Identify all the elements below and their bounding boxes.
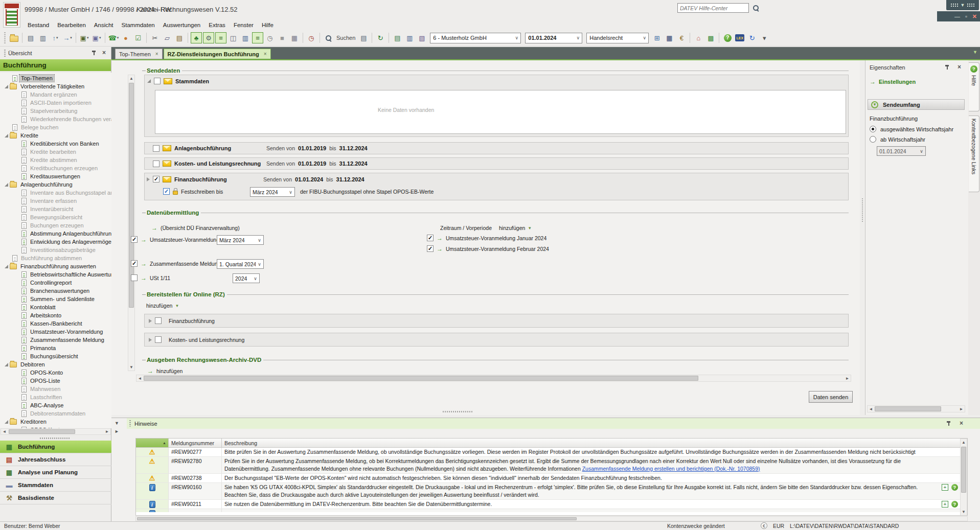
zm-select[interactable]: 1. Quartal 2024∨ — [217, 259, 264, 269]
ausgeben-hinzufuegen-button[interactable]: → hinzufügen — [147, 368, 183, 374]
expander-closed-icon[interactable] — [149, 319, 152, 323]
open-document-icon[interactable]: + — [942, 484, 948, 491]
lexinform-icon[interactable]: LEX — [734, 32, 745, 43]
radio-icon[interactable] — [870, 136, 876, 143]
minimize-button[interactable]: — — [954, 14, 960, 19]
window-program-icon[interactable]: ▣▾ — [79, 32, 90, 43]
online-refresh-icon[interactable]: ↻ — [746, 32, 758, 43]
stop-icon[interactable]: ■ — [277, 32, 288, 43]
tree-item[interactable]: Debitoren — [0, 360, 111, 368]
stammdaten-checkbox[interactable] — [154, 78, 161, 84]
scroll-up-icon[interactable]: ▲ — [128, 75, 134, 82]
tree-item[interactable]: Inventare aus Buchungsstapel anlegen — [0, 189, 111, 197]
hinweis-row[interactable]: ⚠#REW92780Prüfen Sie in der Auswertung Z… — [136, 457, 967, 474]
severity-column-header[interactable]: ▲ — [136, 439, 169, 447]
tree-item[interactable]: Kredite — [0, 131, 111, 140]
phone-icon[interactable]: ☎▾ — [108, 32, 119, 43]
sidebar-h-scrollbar[interactable]: ◄ ► — [1, 428, 111, 435]
sidebar-item-buchf-hrung[interactable]: ▦Buchführung — [0, 441, 111, 453]
scroll-left-icon[interactable]: ◄ — [868, 406, 874, 412]
content-v-scrollbar[interactable]: ▲ ▼ — [128, 75, 135, 371]
ustva-select[interactable]: März 2024∨ — [217, 235, 264, 245]
tree-item[interactable]: Umsatzsteuer-Voranmeldung — [0, 328, 111, 336]
refresh-icon[interactable]: ↻ — [375, 32, 386, 43]
kost-checkbox[interactable] — [153, 160, 159, 167]
search-doc-icon[interactable] — [323, 32, 334, 43]
scrollbar-thumb[interactable] — [9, 429, 75, 434]
tree-item[interactable]: Abstimmung Anlagenbuchführung — [0, 229, 111, 238]
scroll-down-icon[interactable]: ▼ — [961, 509, 967, 515]
zeitraum-hinzufuegen-button[interactable]: hinzufügen▼ — [499, 225, 532, 231]
tree-item[interactable]: Bewegungsübersicht — [0, 213, 111, 221]
scroll-right-icon[interactable]: ► — [958, 406, 965, 412]
scroll-up-icon[interactable]: ▲ — [961, 439, 967, 446]
panel-splitter[interactable] — [860, 60, 865, 415]
splitter-grip[interactable] — [40, 437, 71, 439]
ustva-checkbox[interactable] — [131, 236, 138, 243]
workplace-icon[interactable]: ⌂ — [693, 32, 704, 43]
doc-report-icon[interactable]: ▥ — [404, 32, 415, 43]
doc-export-icon[interactable]: ▤ — [392, 32, 403, 43]
print-list-icon[interactable]: ▤ — [358, 32, 369, 43]
bereit-row-kost[interactable]: Kosten- und Leistungsrechnung — [144, 333, 849, 347]
tree-item[interactable]: OPOS-Liste — [0, 377, 111, 385]
calc-close-icon[interactable]: ▦ — [289, 32, 300, 43]
close-icon[interactable]: × — [102, 50, 106, 56]
menu-item[interactable]: Ansicht — [90, 21, 118, 29]
tab-close-icon[interactable]: × — [264, 51, 267, 57]
tab-overflow-icon[interactable]: ▼ — [973, 50, 977, 55]
window-view-icon[interactable]: ▣▾ — [91, 32, 102, 43]
tree-item[interactable]: Kontoblatt — [0, 303, 111, 311]
tree-item[interactable]: OPOS-Konto — [0, 368, 111, 377]
hinweis-row[interactable]: i#REW90160Sie haben 'K5 OG UTAX 4008ci-K… — [136, 483, 967, 500]
hinweise-h-scrollbar[interactable] — [135, 516, 968, 521]
tab-kontextbezogene-links[interactable]: Kontextbezogene Links — [969, 116, 979, 192]
tree-item[interactable]: Stapelverarbeitung — [0, 107, 111, 115]
sidebar-item-basisdienste[interactable]: ⚒Basisdienste — [0, 492, 111, 504]
tree-item[interactable]: Kredite bearbeiten — [0, 148, 111, 156]
help-icon[interactable]: ? — [722, 32, 733, 43]
radio-selected-icon[interactable] — [870, 126, 876, 132]
copy-icon[interactable]: ▱ — [162, 32, 173, 43]
props-h-scrollbar[interactable]: ◄ ► — [867, 405, 965, 412]
column-header[interactable]: Beschreibung — [222, 439, 967, 447]
split-window-icon[interactable]: ◫ — [227, 32, 239, 43]
hinweis-row[interactable]: ⚠#REW90277Bitte prüfen Sie in der Auswer… — [136, 448, 967, 457]
expander-open-icon[interactable] — [3, 183, 10, 187]
sendeumfang-header[interactable]: ▼ Sendeumfang — [868, 99, 965, 110]
tree-item[interactable]: Anlagenbuchführung — [0, 180, 111, 189]
tree-item[interactable]: Kreditoren — [0, 418, 111, 426]
law-combo[interactable]: Handelsrecht∨ — [586, 33, 649, 43]
einstellungen-link[interactable]: → Einstellungen — [870, 79, 916, 85]
expander-open-icon[interactable] — [3, 265, 10, 268]
tree-item[interactable]: Lastschriften — [0, 393, 111, 401]
tree-item[interactable]: Branchenauswertungen — [0, 287, 111, 295]
hinweis-row[interactable]: ⚠#REW02738Der Buchungsstapel "EB-Werte d… — [136, 474, 967, 483]
tree-item[interactable]: Controllingreport — [0, 279, 111, 287]
tab-top-themen[interactable]: Top-Themen× — [115, 49, 163, 59]
hinweis-row[interactable]: i — [136, 509, 967, 512]
menu-item[interactable]: Fenster — [230, 21, 258, 29]
menu-item[interactable]: Extras — [204, 21, 230, 29]
tree-item[interactable]: Primanota — [0, 344, 111, 352]
menu-item[interactable]: Bearbeiten — [53, 21, 90, 29]
tree-item[interactable]: Buchführung abstimmen — [0, 254, 111, 262]
nav-up-icon[interactable]: ↑▾ — [50, 32, 61, 43]
insert-row-icon[interactable]: ≡ — [215, 32, 226, 43]
splitter-grip[interactable] — [443, 411, 473, 412]
tree-item[interactable]: Kredite abstimmen — [0, 156, 111, 164]
bereitstellen-hinzufuegen-button[interactable]: hinzufügen▼ — [146, 303, 179, 309]
tree-item[interactable]: ASCII-Daten importieren — [0, 99, 111, 107]
tree-item[interactable]: Finanzbuchführung auswerten — [0, 262, 111, 270]
pin-icon[interactable] — [92, 50, 97, 56]
help-center-search-input[interactable] — [678, 5, 748, 11]
tree-item[interactable]: Zusammenfassende Meldung — [0, 336, 111, 344]
content-h-scrollbar[interactable]: ◄ ► — [136, 375, 851, 382]
tree-item[interactable]: Kreditauswertungen — [0, 172, 111, 180]
calculator-euro-icon[interactable]: € — [676, 32, 687, 43]
cut-icon[interactable]: ✂ — [149, 32, 161, 43]
print-preview-icon[interactable]: ▥ — [37, 32, 49, 43]
bereit-fibu-checkbox[interactable] — [155, 317, 162, 324]
vorperiode-checkbox[interactable] — [427, 235, 434, 241]
scroll-left-icon[interactable]: ◄ — [136, 375, 143, 381]
